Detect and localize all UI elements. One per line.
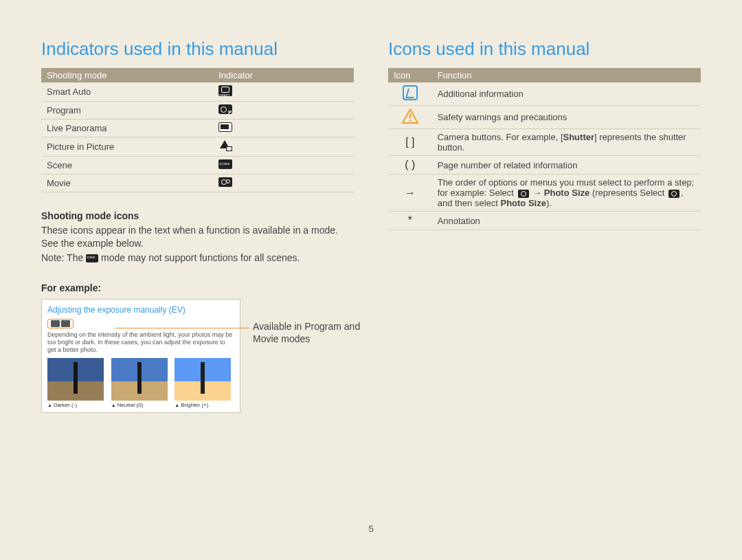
icons-title: Icons used in this manual (388, 38, 701, 60)
mode-cell: Picture in Picture (41, 137, 213, 157)
table-row: Program (41, 102, 354, 120)
table-row: Movie (41, 175, 354, 192)
icons-table: Icon Function Additional information Saf… (388, 68, 701, 230)
program-icon (218, 104, 232, 114)
table-row: * Annotation (388, 212, 701, 230)
table-row: Picture in Picture (41, 137, 354, 157)
thumb-label: Brighter (+) (175, 402, 234, 408)
callout-line (115, 328, 249, 328)
mode-cell: Live Panorama (41, 120, 213, 137)
brackets-icon: [ ] (405, 136, 414, 148)
example-title: Adjusting the exposure manually (EV) (47, 305, 234, 315)
panorama-icon (218, 122, 232, 132)
paren-icon: ( ) (405, 159, 415, 170)
func-cell: Camera buttons. For example, [Shutter] r… (432, 129, 701, 156)
th-indicator: Indicator (213, 68, 354, 82)
example-desc: Depending on the intensity of the ambien… (47, 331, 234, 355)
camera-inline-icon (668, 190, 679, 198)
table-row: → The order of options or menus you must… (388, 175, 701, 212)
th-mode: Shooting mode (41, 68, 213, 82)
svg-point-1 (409, 120, 412, 122)
example-thumbs: Darker (-) Neutral (0) Brighter (+) (47, 358, 234, 408)
thumb-darker (47, 358, 104, 401)
thumb-label: Darker (-) (47, 402, 107, 408)
table-row: Live Panorama (41, 120, 354, 137)
note-prefix: Note: The (41, 252, 86, 263)
note-suffix: mode may not support functions for all s… (98, 252, 300, 263)
camera-inline-icon (518, 190, 529, 198)
example-box: Adjusting the exposure manually (EV) Dep… (41, 299, 240, 414)
mini-movie-icon (61, 320, 70, 327)
table-row: ( ) Page number of related information (388, 156, 701, 175)
table-row: [ ] Camera buttons. For example, [Shutte… (388, 129, 701, 156)
mode-cell: Program (41, 102, 213, 120)
mode-cell: Movie (41, 175, 213, 192)
th-icon: Icon (388, 68, 432, 82)
shooting-mode-icons-desc: These icons appear in the text when a fu… (41, 224, 354, 250)
arrow-icon: → (405, 187, 416, 199)
indicators-title: Indicators used in this manual (41, 38, 354, 60)
smart-auto-icon (218, 85, 232, 96)
mode-cell: Smart Auto (41, 82, 213, 102)
star-icon: * (408, 214, 412, 226)
func-cell: Additional information (432, 82, 701, 106)
info-icon (400, 85, 420, 100)
callout-text: Available in Program and Movie modes (253, 320, 370, 345)
left-column: Indicators used in this manual Shooting … (41, 38, 354, 413)
thumb-neutral (111, 358, 168, 401)
warning-icon (400, 109, 420, 124)
mode-cell: Scene (41, 157, 213, 175)
th-function: Function (432, 68, 701, 82)
pip-icon (218, 140, 232, 151)
table-row: Safety warnings and precautions (388, 106, 701, 129)
table-row: Additional information (388, 82, 701, 106)
func-cell: Page number of related information (432, 156, 701, 175)
table-row: Scene (41, 157, 354, 175)
mode-chip-highlight (47, 319, 74, 328)
thumb-brighter (175, 358, 231, 401)
right-column: Icons used in this manual Icon Function … (388, 38, 701, 413)
scene-inline-icon (86, 254, 98, 262)
mini-program-icon (51, 320, 60, 327)
movie-icon (218, 177, 232, 187)
scene-icon (218, 159, 232, 169)
table-row: Smart Auto (41, 82, 354, 102)
shooting-mode-note: Note: The mode may not support functions… (41, 251, 354, 265)
func-cell: Annotation (432, 212, 701, 230)
for-example-head: For example: (41, 282, 354, 293)
page-number: 5 (0, 524, 742, 534)
indicators-table: Shooting mode Indicator Smart Auto Progr… (41, 68, 354, 192)
func-cell: Safety warnings and precautions (432, 106, 701, 129)
func-cell: The order of options or menus you must s… (432, 175, 701, 212)
thumb-label: Neutral (0) (111, 402, 171, 408)
shooting-mode-icons-head: Shooting mode icons (41, 210, 354, 221)
